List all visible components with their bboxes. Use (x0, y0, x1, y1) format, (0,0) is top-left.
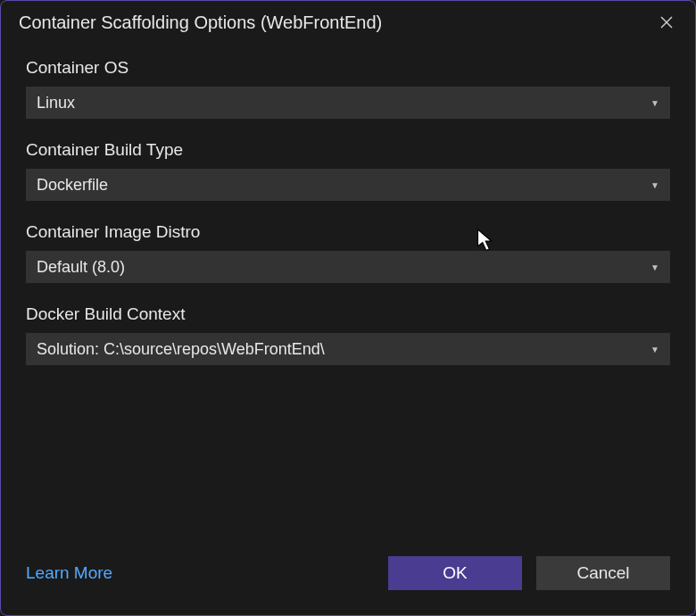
build-type-value: Dockerfile (37, 176, 650, 195)
build-context-dropdown[interactable]: Solution: C:\source\repos\WebFrontEnd\ ▼ (26, 333, 670, 365)
container-os-value: Linux (37, 94, 650, 112)
scaffolding-options-dialog: Container Scaffolding Options (WebFrontE… (0, 0, 696, 616)
close-button[interactable] (656, 12, 677, 33)
chevron-down-icon: ▼ (650, 180, 659, 190)
field-build-type: Container Build Type Dockerfile ▼ (26, 140, 670, 201)
build-type-dropdown[interactable]: Dockerfile ▼ (26, 169, 670, 201)
learn-more-link[interactable]: Learn More (26, 563, 112, 583)
image-distro-dropdown[interactable]: Default (8.0) ▼ (26, 251, 670, 283)
close-icon (659, 15, 674, 29)
dialog-footer: Learn More OK Cancel (1, 556, 695, 615)
container-os-dropdown[interactable]: Linux ▼ (26, 87, 670, 119)
container-os-label: Container OS (26, 58, 670, 78)
chevron-down-icon: ▼ (650, 98, 659, 108)
chevron-down-icon: ▼ (650, 345, 659, 354)
build-context-value: Solution: C:\source\repos\WebFrontEnd\ (37, 340, 650, 359)
image-distro-value: Default (8.0) (37, 258, 650, 277)
chevron-down-icon: ▼ (650, 262, 659, 272)
image-distro-label: Container Image Distro (26, 222, 670, 242)
dialog-content: Container OS Linux ▼ Container Build Typ… (1, 40, 695, 556)
cancel-button[interactable]: Cancel (536, 556, 670, 590)
field-image-distro: Container Image Distro Default (8.0) ▼ (26, 222, 670, 283)
ok-button[interactable]: OK (388, 556, 522, 590)
titlebar: Container Scaffolding Options (WebFrontE… (1, 1, 695, 40)
field-build-context: Docker Build Context Solution: C:\source… (26, 304, 670, 365)
field-container-os: Container OS Linux ▼ (26, 58, 670, 119)
build-context-label: Docker Build Context (26, 304, 670, 324)
build-type-label: Container Build Type (26, 140, 670, 160)
dialog-title: Container Scaffolding Options (WebFrontE… (19, 12, 382, 33)
